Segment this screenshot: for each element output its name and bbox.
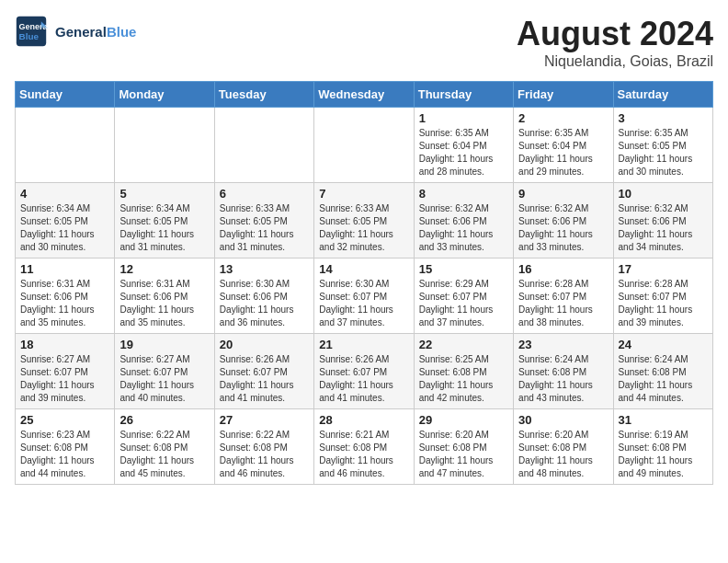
day-number: 11 (20, 262, 109, 276)
day-info: Sunrise: 6:24 AMSunset: 6:08 PMDaylight:… (518, 353, 608, 405)
calendar-cell: 7Sunrise: 6:33 AMSunset: 6:05 PMDaylight… (314, 183, 414, 259)
day-number: 23 (518, 338, 608, 351)
month-title: August 2024 (517, 15, 713, 53)
logo: General Blue GeneralBlue (15, 15, 136, 48)
day-number: 27 (220, 413, 309, 427)
day-number: 18 (20, 338, 109, 351)
page-header: General Blue GeneralBlue August 2024 Niq… (15, 15, 713, 70)
weekday-header-thursday: Thursday (414, 82, 513, 108)
day-number: 26 (119, 413, 209, 427)
calendar-week-row: 4Sunrise: 6:34 AMSunset: 6:05 PMDaylight… (16, 183, 713, 259)
calendar-cell (314, 108, 414, 183)
calendar-table: SundayMondayTuesdayWednesdayThursdayFrid… (15, 81, 713, 485)
day-info: Sunrise: 6:30 AMSunset: 6:07 PMDaylight:… (319, 278, 408, 329)
calendar-cell (115, 108, 214, 183)
calendar-cell: 3Sunrise: 6:35 AMSunset: 6:05 PMDaylight… (613, 108, 712, 183)
calendar-cell: 27Sunrise: 6:22 AMSunset: 6:08 PMDayligh… (214, 409, 313, 485)
day-info: Sunrise: 6:21 AMSunset: 6:08 PMDaylight:… (319, 429, 408, 480)
day-number: 2 (518, 111, 608, 125)
day-number: 17 (619, 262, 708, 276)
day-number: 21 (319, 338, 408, 351)
day-info: Sunrise: 6:35 AMSunset: 6:05 PMDaylight:… (619, 127, 708, 178)
day-info: Sunrise: 6:31 AMSunset: 6:06 PMDaylight:… (119, 278, 209, 329)
calendar-cell: 4Sunrise: 6:34 AMSunset: 6:05 PMDaylight… (16, 183, 115, 259)
calendar-cell: 1Sunrise: 6:35 AMSunset: 6:04 PMDaylight… (414, 108, 513, 183)
day-number: 5 (119, 187, 209, 201)
day-number: 1 (419, 111, 508, 125)
day-number: 24 (619, 338, 708, 351)
weekday-header-row: SundayMondayTuesdayWednesdayThursdayFrid… (16, 82, 713, 108)
location: Niquelandia, Goias, Brazil (517, 53, 713, 70)
calendar-cell: 13Sunrise: 6:30 AMSunset: 6:06 PMDayligh… (214, 259, 313, 334)
day-info: Sunrise: 6:20 AMSunset: 6:08 PMDaylight:… (518, 429, 608, 480)
calendar-cell: 5Sunrise: 6:34 AMSunset: 6:05 PMDaylight… (115, 183, 214, 259)
day-number: 4 (20, 187, 109, 201)
day-info: Sunrise: 6:32 AMSunset: 6:06 PMDaylight:… (419, 202, 508, 254)
calendar-cell: 10Sunrise: 6:32 AMSunset: 6:06 PMDayligh… (613, 183, 712, 259)
calendar-week-row: 25Sunrise: 6:23 AMSunset: 6:08 PMDayligh… (16, 409, 713, 485)
svg-text:Blue: Blue (19, 31, 40, 41)
logo-icon: General Blue (15, 15, 48, 48)
calendar-cell: 12Sunrise: 6:31 AMSunset: 6:06 PMDayligh… (115, 259, 214, 334)
calendar-cell: 26Sunrise: 6:22 AMSunset: 6:08 PMDayligh… (115, 409, 214, 485)
logo-text: GeneralBlue (55, 24, 136, 40)
day-number: 6 (220, 187, 309, 201)
calendar-cell: 2Sunrise: 6:35 AMSunset: 6:04 PMDaylight… (514, 108, 613, 183)
day-info: Sunrise: 6:22 AMSunset: 6:08 PMDaylight:… (119, 429, 209, 480)
day-info: Sunrise: 6:35 AMSunset: 6:04 PMDaylight:… (518, 127, 608, 178)
day-info: Sunrise: 6:34 AMSunset: 6:05 PMDaylight:… (119, 202, 209, 254)
day-number: 22 (419, 338, 508, 351)
calendar-week-row: 1Sunrise: 6:35 AMSunset: 6:04 PMDaylight… (16, 108, 713, 183)
title-area: August 2024 Niquelandia, Goias, Brazil (517, 15, 713, 70)
day-number: 9 (518, 187, 608, 201)
weekday-header-saturday: Saturday (613, 82, 712, 108)
day-number: 20 (220, 338, 309, 351)
day-info: Sunrise: 6:32 AMSunset: 6:06 PMDaylight:… (518, 202, 608, 254)
day-number: 7 (319, 187, 408, 201)
day-info: Sunrise: 6:24 AMSunset: 6:08 PMDaylight:… (619, 353, 708, 405)
weekday-header-friday: Friday (514, 82, 613, 108)
day-number: 8 (419, 187, 508, 201)
day-info: Sunrise: 6:33 AMSunset: 6:05 PMDaylight:… (319, 202, 408, 254)
day-info: Sunrise: 6:35 AMSunset: 6:04 PMDaylight:… (419, 127, 508, 178)
day-number: 19 (119, 338, 209, 351)
day-info: Sunrise: 6:23 AMSunset: 6:08 PMDaylight:… (20, 429, 109, 480)
day-number: 25 (20, 413, 109, 427)
calendar-week-row: 11Sunrise: 6:31 AMSunset: 6:06 PMDayligh… (16, 259, 713, 334)
day-info: Sunrise: 6:28 AMSunset: 6:07 PMDaylight:… (518, 278, 608, 329)
calendar-cell: 21Sunrise: 6:26 AMSunset: 6:07 PMDayligh… (314, 334, 414, 409)
day-number: 14 (319, 262, 408, 276)
day-info: Sunrise: 6:25 AMSunset: 6:08 PMDaylight:… (419, 353, 508, 405)
weekday-header-tuesday: Tuesday (214, 82, 313, 108)
day-number: 3 (619, 111, 708, 125)
weekday-header-sunday: Sunday (16, 82, 115, 108)
calendar-cell: 6Sunrise: 6:33 AMSunset: 6:05 PMDaylight… (214, 183, 313, 259)
day-number: 15 (419, 262, 508, 276)
calendar-cell: 19Sunrise: 6:27 AMSunset: 6:07 PMDayligh… (115, 334, 214, 409)
day-number: 13 (220, 262, 309, 276)
weekday-header-wednesday: Wednesday (314, 82, 414, 108)
day-number: 29 (419, 413, 508, 427)
day-info: Sunrise: 6:34 AMSunset: 6:05 PMDaylight:… (20, 202, 109, 254)
calendar-cell: 17Sunrise: 6:28 AMSunset: 6:07 PMDayligh… (613, 259, 712, 334)
day-info: Sunrise: 6:32 AMSunset: 6:06 PMDaylight:… (619, 202, 708, 254)
day-info: Sunrise: 6:26 AMSunset: 6:07 PMDaylight:… (319, 353, 408, 405)
day-number: 30 (518, 413, 608, 427)
calendar-cell: 31Sunrise: 6:19 AMSunset: 6:08 PMDayligh… (613, 409, 712, 485)
day-info: Sunrise: 6:31 AMSunset: 6:06 PMDaylight:… (20, 278, 109, 329)
day-number: 16 (518, 262, 608, 276)
day-info: Sunrise: 6:27 AMSunset: 6:07 PMDaylight:… (20, 353, 109, 405)
day-info: Sunrise: 6:28 AMSunset: 6:07 PMDaylight:… (619, 278, 708, 329)
day-number: 12 (119, 262, 209, 276)
calendar-cell: 29Sunrise: 6:20 AMSunset: 6:08 PMDayligh… (414, 409, 513, 485)
calendar-cell: 18Sunrise: 6:27 AMSunset: 6:07 PMDayligh… (16, 334, 115, 409)
day-number: 31 (619, 413, 708, 427)
day-info: Sunrise: 6:29 AMSunset: 6:07 PMDaylight:… (419, 278, 508, 329)
calendar-cell: 9Sunrise: 6:32 AMSunset: 6:06 PMDaylight… (514, 183, 613, 259)
calendar-cell: 30Sunrise: 6:20 AMSunset: 6:08 PMDayligh… (514, 409, 613, 485)
day-info: Sunrise: 6:30 AMSunset: 6:06 PMDaylight:… (220, 278, 309, 329)
day-info: Sunrise: 6:19 AMSunset: 6:08 PMDaylight:… (619, 429, 708, 480)
calendar-cell: 20Sunrise: 6:26 AMSunset: 6:07 PMDayligh… (214, 334, 313, 409)
day-number: 28 (319, 413, 408, 427)
day-info: Sunrise: 6:26 AMSunset: 6:07 PMDaylight:… (220, 353, 309, 405)
